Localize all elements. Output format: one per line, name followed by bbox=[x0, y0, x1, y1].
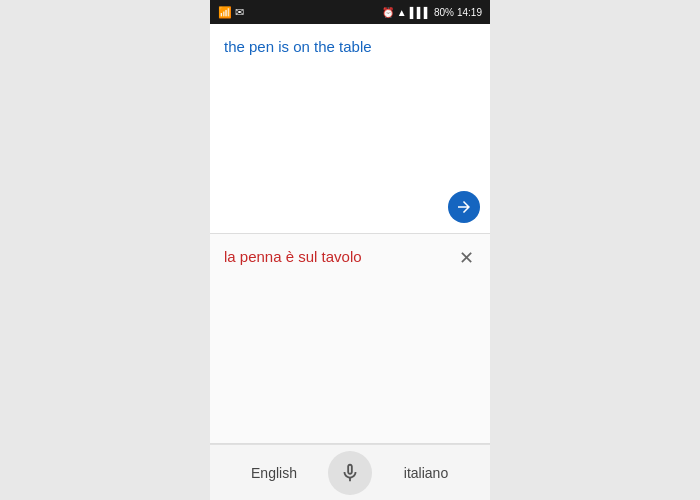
microphone-button[interactable] bbox=[328, 451, 372, 495]
phone-frame: 📶 ✉ ⏰ ▲ ▌▌▌ 80% 14:19 the pen is on the … bbox=[210, 0, 490, 500]
sim-icon: 📶 bbox=[218, 6, 232, 19]
notification-icon: ✉ bbox=[235, 6, 244, 19]
alarm-icon: ⏰ bbox=[382, 7, 394, 18]
right-side-area bbox=[490, 0, 700, 500]
time-display: 14:19 bbox=[457, 7, 482, 18]
battery-text: 80% bbox=[434, 7, 454, 18]
signal-icon: ▌▌▌ bbox=[410, 7, 431, 18]
translate-button[interactable] bbox=[448, 191, 480, 223]
status-right-icons: ⏰ ▲ ▌▌▌ 80% 14:19 bbox=[382, 7, 482, 18]
arrow-right-icon bbox=[455, 198, 473, 216]
wifi-icon: ▲ bbox=[397, 7, 407, 18]
source-language-button[interactable]: English bbox=[220, 453, 328, 493]
source-text: the pen is on the table bbox=[224, 38, 372, 55]
translator-app: the pen is on the table la penna è sul t… bbox=[210, 24, 490, 500]
source-panel[interactable]: the pen is on the table bbox=[210, 24, 490, 234]
microphone-icon bbox=[339, 462, 361, 484]
target-text: la penna è sul tavolo bbox=[224, 248, 362, 265]
target-language-button[interactable]: italiano bbox=[372, 453, 480, 493]
target-panel[interactable]: la penna è sul tavolo ✕ bbox=[210, 234, 490, 444]
clear-button[interactable]: ✕ bbox=[452, 244, 480, 272]
status-bar: 📶 ✉ ⏰ ▲ ▌▌▌ 80% 14:19 bbox=[210, 0, 490, 24]
status-left-icons: 📶 ✉ bbox=[218, 6, 244, 19]
left-side-area bbox=[0, 0, 210, 500]
language-bar: English italiano bbox=[210, 444, 490, 500]
